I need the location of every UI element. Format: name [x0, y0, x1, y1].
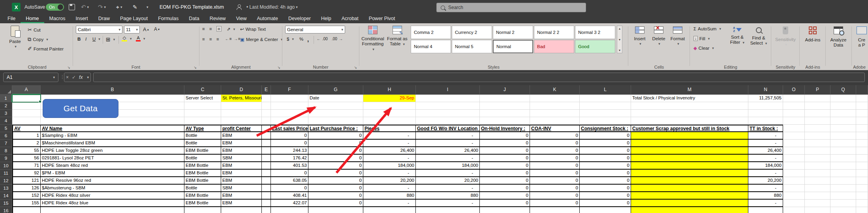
cell-E2[interactable]: [262, 102, 271, 110]
style-currency-2[interactable]: Currency 2: [452, 26, 492, 39]
cell-D11[interactable]: EBM: [221, 170, 262, 177]
select-all-corner[interactable]: [0, 85, 12, 95]
tab-macros[interactable]: Macros: [44, 15, 71, 23]
increase-indent-icon[interactable]: →≡: [234, 37, 240, 41]
cell-G8[interactable]: 0: [308, 147, 363, 155]
cell-F13[interactable]: 0: [271, 185, 308, 192]
row-header-16[interactable]: 16: [0, 207, 12, 213]
style-normal-2-2[interactable]: Normal 2 2: [534, 26, 574, 39]
cell-A3[interactable]: [12, 110, 41, 117]
cell-P14[interactable]: [805, 192, 830, 200]
cell-C11[interactable]: EBM Bottle: [184, 170, 221, 177]
cell-H14[interactable]: 880: [363, 192, 416, 200]
cell-x8[interactable]: [856, 147, 868, 155]
font-dialog-launcher-icon[interactable]: ↘: [194, 65, 197, 69]
cell-B12[interactable]: HDPE Resolve 96oz red: [41, 177, 184, 185]
column-header-Q[interactable]: Q: [830, 85, 856, 95]
cell-O1[interactable]: [783, 95, 805, 102]
row-header-11[interactable]: 11: [0, 170, 12, 177]
cell-E12[interactable]: [262, 177, 271, 185]
cell-A8[interactable]: 55: [12, 147, 41, 155]
cell-J9[interactable]: 0: [480, 155, 530, 162]
cell-L14[interactable]: 0: [580, 192, 631, 200]
cell-D4[interactable]: [221, 117, 262, 125]
row-header-13[interactable]: 13: [0, 185, 12, 192]
cell-O3[interactable]: [783, 110, 805, 117]
cell-K13[interactable]: 0: [530, 185, 580, 192]
copy-button[interactable]: ⧉Copy▾: [28, 37, 48, 42]
cell-M13[interactable]: [631, 185, 748, 192]
cell-A6[interactable]: 1: [12, 132, 41, 140]
header-av[interactable]: AV: [12, 125, 41, 132]
quick-access-chevron-icon[interactable]: ▾: [145, 0, 148, 14]
cell-J11[interactable]: 0: [480, 170, 530, 177]
cell-I13[interactable]: -: [416, 185, 480, 192]
cell-O5[interactable]: [783, 125, 805, 132]
name-box[interactable]: A1▾: [3, 73, 58, 82]
cell-I1[interactable]: [416, 95, 480, 102]
style-normal-4[interactable]: Normal 4: [411, 40, 451, 53]
tab-acrobat[interactable]: Acrobat: [336, 15, 364, 23]
header-good_fg[interactable]: Good FG W/o INV Location :: [416, 125, 480, 132]
cut-button[interactable]: ✂Cut: [28, 27, 41, 32]
cell-L16[interactable]: [580, 207, 631, 213]
align-middle-icon[interactable]: ≡: [209, 26, 212, 31]
cell-J3[interactable]: [480, 110, 530, 117]
column-header-C[interactable]: C: [184, 85, 221, 95]
cell-B15[interactable]: HDPE Ridex 48oz blue: [41, 200, 184, 207]
header-tt[interactable]: TT in Stock :: [748, 125, 783, 132]
cell-P10[interactable]: [805, 162, 830, 170]
cell-D16[interactable]: [221, 207, 262, 213]
cell-K10[interactable]: 0: [530, 162, 580, 170]
cell-A10[interactable]: 71: [12, 162, 41, 170]
cell-K11[interactable]: 0: [530, 170, 580, 177]
cell-H3[interactable]: [363, 110, 416, 117]
column-header-P[interactable]: P: [805, 85, 830, 95]
header-last_sales[interactable]: Last sales Price: [271, 125, 308, 132]
row-header-1[interactable]: 1: [0, 95, 12, 102]
cell-B6[interactable]: $Sampling - EBM: [41, 132, 184, 140]
cell-N1[interactable]: 11,257,505: [748, 95, 783, 102]
comma-style-button[interactable]: ,: [307, 36, 309, 43]
cell-P9[interactable]: [805, 155, 830, 162]
font-size-combo[interactable]: 11▾: [124, 26, 140, 34]
cell-O16[interactable]: [783, 207, 805, 213]
cell-F2[interactable]: [271, 102, 308, 110]
autosave-toggle[interactable]: On: [46, 0, 64, 14]
cell-x6[interactable]: [856, 132, 868, 140]
shrink-font-button[interactable]: A▾: [154, 26, 160, 32]
cell-Q1[interactable]: [830, 95, 856, 102]
cell-A12[interactable]: 121: [12, 177, 41, 185]
cell-F3[interactable]: [271, 110, 308, 117]
cell-J10[interactable]: 0: [480, 162, 530, 170]
conditional-formatting-button[interactable]: Conditional Formatting ▾: [361, 26, 385, 52]
cell-x14[interactable]: [856, 192, 868, 200]
cell-O11[interactable]: [783, 170, 805, 177]
cell-B4[interactable]: [41, 117, 184, 125]
clear-button[interactable]: ◆Clear▾: [693, 45, 714, 51]
fill-handle[interactable]: [39, 100, 41, 103]
cell-J4[interactable]: [480, 117, 530, 125]
cancel-entry-icon[interactable]: ×: [66, 75, 69, 80]
column-header-I[interactable]: I: [416, 85, 480, 95]
cell-P13[interactable]: [805, 185, 830, 192]
cell-Q10[interactable]: [830, 162, 856, 170]
cell-O2[interactable]: [783, 102, 805, 110]
header-on_hold[interactable]: On-Hold Inventory :: [480, 125, 530, 132]
cell-K4[interactable]: [530, 117, 580, 125]
row-header-8[interactable]: 8: [0, 147, 12, 155]
cell-M14[interactable]: [631, 192, 748, 200]
cell-D6[interactable]: EBM: [221, 132, 262, 140]
orientation-button[interactable]: ⇗▾: [227, 26, 235, 32]
tab-developer[interactable]: Developer: [283, 15, 316, 23]
cell-N9[interactable]: -: [748, 155, 783, 162]
tab-formulas[interactable]: Formulas: [153, 15, 184, 23]
cell-F12[interactable]: 638.05: [271, 177, 308, 185]
cell-O13[interactable]: [783, 185, 805, 192]
column-header-F[interactable]: F: [271, 85, 308, 95]
cell-F4[interactable]: [271, 117, 308, 125]
align-bottom-icon[interactable]: ≡: [216, 26, 222, 32]
style-good[interactable]: Good: [575, 40, 615, 53]
cell-N6[interactable]: -: [748, 132, 783, 140]
cell-I14[interactable]: 880: [416, 192, 480, 200]
